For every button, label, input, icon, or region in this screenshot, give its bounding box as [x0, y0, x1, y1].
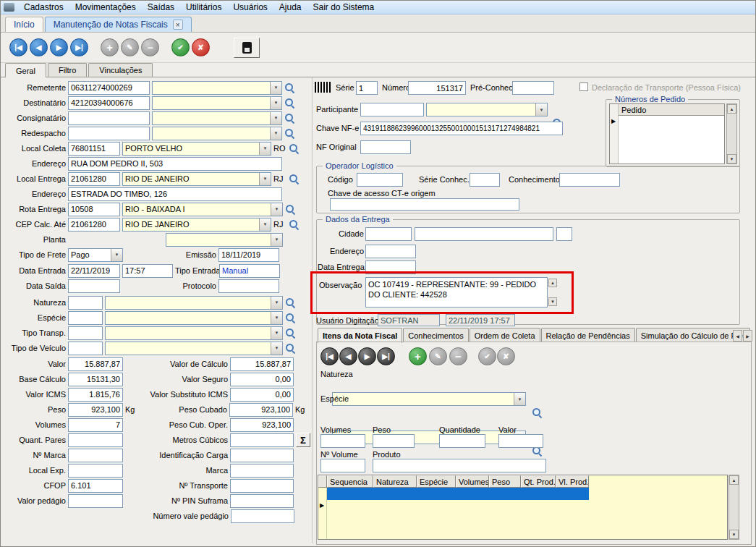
column-header[interactable]: Peso — [489, 475, 521, 488]
especie-combo[interactable]: ▼ — [105, 311, 283, 325]
rota-entrega-search-icon[interactable] — [285, 204, 296, 215]
chevron-down-icon[interactable]: ▼ — [259, 173, 271, 185]
chevron-down-icon[interactable]: ▼ — [270, 82, 281, 94]
scroll-down-icon[interactable]: ▼ — [729, 530, 739, 539]
tipo-transp-code-input[interactable] — [68, 326, 103, 340]
tab-filtro[interactable]: Filtro — [48, 63, 87, 77]
chevron-down-icon[interactable]: ▼ — [270, 112, 281, 124]
chave-cte-input[interactable] — [330, 198, 519, 211]
chevron-down-icon[interactable]: ▼ — [270, 127, 281, 140]
detail-delete-item-button[interactable]: − — [449, 347, 467, 365]
menu-utilitarios[interactable]: Utilitários — [180, 1, 227, 13]
peso-cubado-input[interactable]: 923,100 — [229, 403, 293, 417]
chevron-down-icon[interactable]: ▼ — [535, 103, 547, 116]
detail-quantidade-input[interactable] — [439, 434, 485, 448]
serie-input[interactable]: 1 — [356, 81, 378, 95]
selected-table-row[interactable] — [327, 488, 589, 500]
detail-produto-input[interactable] — [373, 459, 546, 472]
tab-geral[interactable]: Geral — [5, 63, 46, 77]
tab-itens-nota-fiscal[interactable]: Itens da Nota Fiscal — [318, 328, 402, 343]
tab-relacao-pendencias[interactable]: Relação de Pendências — [541, 328, 635, 342]
local-coleta-combo[interactable]: PORTO VELHO▼ — [122, 142, 271, 156]
valor-calculo-input[interactable]: 15.887,87 — [230, 357, 294, 371]
tipo-veiculo-search-icon[interactable] — [285, 343, 296, 354]
chevron-down-icon[interactable]: ▼ — [271, 234, 282, 246]
conhecimento-input[interactable] — [559, 173, 620, 187]
redespacho-search-icon[interactable] — [284, 128, 295, 139]
menu-cadastros[interactable]: Cadastros — [18, 1, 69, 13]
especie-code-input[interactable] — [68, 311, 103, 325]
destinatario-code-input[interactable]: 42120394000676 — [68, 96, 150, 110]
nf-original-input[interactable] — [360, 140, 411, 154]
cfop-input[interactable]: 6.101 — [68, 479, 123, 493]
data-saida-input[interactable] — [68, 279, 120, 293]
local-entrega-code-input[interactable]: 21061280 — [68, 172, 120, 186]
quant-pares-input[interactable] — [68, 433, 123, 447]
cep-calc-code-input[interactable]: 21061280 — [68, 218, 120, 232]
volumes-input[interactable]: 7 — [68, 418, 123, 432]
post-button[interactable] — [234, 38, 260, 58]
destinatario-search-icon[interactable] — [284, 98, 295, 109]
cancel-button[interactable]: ✘ — [192, 38, 210, 56]
valor-substituto-input[interactable]: 0,00 — [230, 388, 294, 402]
remetente-code-input[interactable]: 06311274000269 — [68, 81, 150, 95]
column-header[interactable]: Vl. Prod. — [556, 475, 589, 488]
confirm-button[interactable]: ✔ — [171, 38, 190, 56]
marca-input[interactable] — [230, 464, 294, 478]
pedido-scrollbar[interactable]: ▲ ▼ — [726, 103, 737, 164]
consignatario-code-input[interactable] — [68, 111, 150, 125]
consignatario-search-icon[interactable] — [284, 113, 295, 124]
edit-record-button[interactable]: ✎ — [121, 38, 139, 56]
tab-scroll-right-icon[interactable]: ▶ — [743, 330, 752, 342]
metros-cubicos-input[interactable] — [230, 433, 294, 447]
chevron-down-icon[interactable]: ▼ — [271, 312, 282, 324]
tipo-transp-search-icon[interactable] — [285, 328, 296, 339]
chevron-down-icon[interactable]: ▼ — [259, 219, 271, 231]
menu-usuarios[interactable]: Usuários — [227, 1, 273, 13]
sum-button[interactable]: Σ — [296, 433, 310, 447]
natureza-search-icon[interactable] — [285, 297, 296, 308]
local-coleta-search-icon[interactable] — [289, 143, 300, 154]
menu-sair[interactable]: Sair do Sistema — [307, 1, 381, 13]
chevron-down-icon[interactable]: ▼ — [270, 97, 281, 109]
chevron-down-icon[interactable]: ▼ — [259, 143, 271, 155]
detail-add-item-button[interactable]: + — [409, 347, 427, 365]
previous-record-button[interactable]: ◀ — [30, 38, 48, 56]
consignatario-combo[interactable]: ▼ — [152, 111, 282, 125]
tipo-veiculo-combo[interactable]: ▼ — [105, 342, 283, 355]
protocolo-input[interactable] — [218, 279, 279, 293]
chevron-down-icon[interactable]: ▼ — [111, 249, 122, 261]
local-coleta-code-input[interactable]: 76801151 — [68, 142, 120, 156]
pedido-column-header[interactable]: Pedido — [619, 104, 724, 116]
valor-seguro-input[interactable]: 0,00 — [230, 373, 294, 386]
tipo-transp-combo[interactable]: ▼ — [105, 326, 283, 340]
chevron-down-icon[interactable]: ▼ — [271, 327, 282, 339]
tab-manutencao-notas-fiscais[interactable]: Manutenção de Notas Fiscais × — [45, 17, 192, 32]
vale-pedagio-input[interactable] — [231, 509, 294, 523]
menu-movimentacoes[interactable]: Movimentações — [69, 1, 142, 13]
entrega-endereco-input[interactable] — [365, 245, 416, 258]
natureza-code-input[interactable] — [68, 296, 103, 310]
peso-input[interactable]: 923,100 — [68, 403, 123, 417]
local-entrega-combo[interactable]: RIO DE JANEIRO▼ — [122, 172, 271, 186]
detail-edit-item-button[interactable]: ✎ — [429, 347, 447, 365]
redespacho-code-input[interactable] — [68, 127, 150, 140]
pre-conhec-input[interactable] — [512, 81, 554, 95]
pedido-list[interactable]: ▶ Pedido — [609, 103, 725, 164]
remetente-combo[interactable]: ▼ — [152, 81, 282, 95]
data-entrada-date-input[interactable]: 22/11/2019 — [68, 264, 120, 278]
rota-entrega-code-input[interactable]: 10508 — [68, 203, 120, 216]
scroll-down-icon[interactable]: ▼ — [727, 154, 736, 164]
detail-num-volume-input[interactable] — [320, 459, 365, 472]
endereco-entrega-input[interactable]: ESTRADA DO TIMBO, 126 — [68, 187, 282, 201]
menu-saidas[interactable]: Saídas — [142, 1, 180, 13]
last-record-button[interactable]: ▶| — [70, 38, 88, 56]
first-record-button[interactable]: |◀ — [9, 38, 27, 56]
pin-suframa-input[interactable] — [230, 494, 294, 508]
scroll-up-icon[interactable]: ▲ — [729, 475, 739, 485]
destinatario-combo[interactable]: ▼ — [152, 96, 282, 110]
chevron-down-icon[interactable]: ▼ — [271, 297, 282, 309]
detail-volumes-input[interactable] — [320, 434, 365, 448]
tab-scroll-left-icon[interactable]: ◀ — [733, 330, 742, 342]
emissao-input[interactable]: 18/11/2019 — [218, 248, 279, 262]
